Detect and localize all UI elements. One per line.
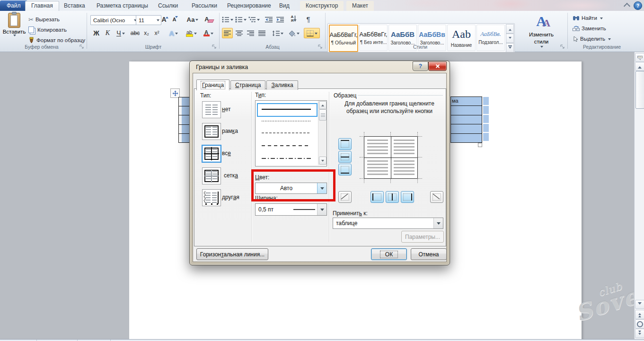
tab-file[interactable]: Файл <box>0 0 27 11</box>
table-resize-handle[interactable] <box>478 143 482 147</box>
strikethrough-button[interactable]: abc <box>130 28 141 38</box>
styles-dialog-launcher-icon[interactable] <box>560 44 565 50</box>
setting-all-label[interactable]: все <box>222 150 231 157</box>
setting-custom-label[interactable]: другая <box>222 194 239 201</box>
tab-design[interactable]: Конструктор <box>300 1 344 11</box>
tab-shading[interactable]: Заливка <box>266 80 298 90</box>
table-fragment-right[interactable]: ма <box>450 96 482 143</box>
table-cell[interactable] <box>451 106 482 115</box>
italic-button[interactable]: К <box>102 28 113 38</box>
tab-home[interactable]: Главная <box>25 1 59 11</box>
shrink-font-button[interactable]: А <box>170 14 181 25</box>
right-border-button[interactable] <box>401 191 414 203</box>
scrollbar-thumb[interactable] <box>319 109 326 121</box>
setting-all-icon[interactable] <box>202 145 221 163</box>
line-style-dotted[interactable] <box>261 120 312 122</box>
tab-view[interactable]: Вид <box>273 1 295 11</box>
text-effects-button[interactable]: А <box>167 28 181 38</box>
select-browse-object-icon[interactable] <box>635 319 644 329</box>
shading-button[interactable] <box>287 28 301 38</box>
line-style-solid[interactable] <box>261 108 312 110</box>
inside-vertical-border-button[interactable] <box>386 191 399 203</box>
numbering-button[interactable] <box>235 14 247 25</box>
setting-none-icon[interactable] <box>202 101 221 118</box>
next-page-icon[interactable] <box>635 329 644 338</box>
tab-mailings[interactable]: Рассылки <box>186 1 223 11</box>
font-dialog-launcher-icon[interactable] <box>212 44 217 50</box>
find-button[interactable]: Найти <box>573 13 603 23</box>
cut-button[interactable]: ✂ Вырезать <box>28 15 60 24</box>
multilevel-list-button[interactable] <box>248 14 260 25</box>
table-row[interactable] <box>179 115 190 124</box>
table-cell[interactable] <box>451 134 482 142</box>
inside-horizontal-border-button[interactable] <box>338 151 352 163</box>
tab-insert[interactable]: Вставка <box>58 1 91 11</box>
table-move-handle[interactable] <box>170 88 180 98</box>
chevron-down-icon[interactable] <box>317 204 326 215</box>
borders-button[interactable] <box>304 28 320 38</box>
ok-button[interactable]: ОК <box>371 248 407 260</box>
align-left-button[interactable] <box>222 28 233 38</box>
tab-page-layout[interactable]: Разметка страницы <box>91 1 154 11</box>
tab-layout[interactable]: Макет <box>346 1 374 11</box>
table-cell[interactable] <box>451 124 482 133</box>
setting-custom-icon[interactable] <box>202 189 221 206</box>
collapse-ribbon-icon[interactable] <box>623 1 631 9</box>
change-styles-button[interactable]: А А Изменить стили <box>519 13 564 48</box>
tab-page-border[interactable]: Страница <box>230 80 265 90</box>
paste-button[interactable]: Вставить <box>3 13 26 43</box>
bold-button[interactable]: Ж <box>91 28 102 38</box>
chevron-down-icon[interactable] <box>317 183 326 193</box>
grow-font-button[interactable]: А <box>160 14 171 25</box>
setting-grid-icon[interactable] <box>202 167 221 184</box>
scroll-up-icon[interactable] <box>635 62 644 71</box>
width-combo[interactable]: 0,5 пт <box>255 203 327 216</box>
font-size-combo[interactable]: 11 <box>136 15 161 25</box>
paragraph-dialog-launcher-icon[interactable] <box>318 44 323 50</box>
format-painter-button[interactable]: Формат по образцу <box>28 35 85 45</box>
dialog-help-button[interactable]: ? <box>413 61 428 71</box>
tab-review[interactable]: Рецензирование <box>221 1 277 11</box>
sort-button[interactable]: А Я <box>288 14 300 24</box>
bullets-button[interactable] <box>221 14 234 25</box>
table-cell[interactable] <box>451 115 482 124</box>
scroll-up-icon[interactable] <box>319 101 326 109</box>
line-spacing-button[interactable] <box>271 28 285 38</box>
diagonal-down-border-button[interactable] <box>430 191 443 203</box>
line-style-dash-dot[interactable] <box>261 157 312 159</box>
font-name-combo[interactable]: Calibri (Осно <box>90 15 139 25</box>
scroll-down-icon[interactable] <box>635 300 644 309</box>
scrollbar-thumb[interactable] <box>635 71 644 109</box>
chevron-down-icon[interactable] <box>433 218 443 228</box>
help-icon[interactable]: ? <box>634 1 642 10</box>
copy-button[interactable]: Копировать <box>28 25 67 35</box>
setting-grid-label[interactable]: сетка <box>224 172 238 179</box>
tab-references[interactable]: Ссылки <box>152 1 184 11</box>
gallery-scroll-down-icon[interactable] <box>506 34 514 43</box>
clipboard-dialog-launcher-icon[interactable] <box>79 44 85 50</box>
scroll-down-icon[interactable] <box>319 157 326 165</box>
table-row[interactable] <box>179 134 190 142</box>
table-row[interactable] <box>179 125 190 134</box>
line-style-dashed[interactable] <box>261 132 312 134</box>
change-case-button[interactable]: Аа <box>185 14 200 25</box>
line-style-list[interactable] <box>255 100 327 166</box>
diagonal-up-border-button[interactable] <box>338 191 352 203</box>
setting-box-label[interactable]: рамка <box>222 128 238 134</box>
justify-button[interactable] <box>256 28 267 38</box>
setting-none-label[interactable]: нет <box>222 106 230 113</box>
table-row[interactable] <box>179 106 190 115</box>
cancel-button[interactable]: Отмена <box>411 248 447 260</box>
tab-border[interactable]: Граница <box>196 79 229 90</box>
border-preview-diagram[interactable] <box>364 136 418 179</box>
setting-box-icon[interactable] <box>202 123 221 140</box>
gallery-scroll-up-icon[interactable] <box>506 24 514 34</box>
horizontal-line-button[interactable]: Горизонтальная линия... <box>196 248 268 260</box>
line-style-dash-large[interactable] <box>261 145 312 147</box>
superscript-button[interactable]: x² <box>151 28 162 38</box>
table-row[interactable] <box>179 97 190 106</box>
table-cell[interactable]: ма <box>451 97 482 106</box>
clear-formatting-button[interactable]: А <box>203 14 214 24</box>
show-paragraph-marks-button[interactable]: ¶ <box>303 14 314 24</box>
ruler-toggle-button[interactable] <box>635 53 644 62</box>
